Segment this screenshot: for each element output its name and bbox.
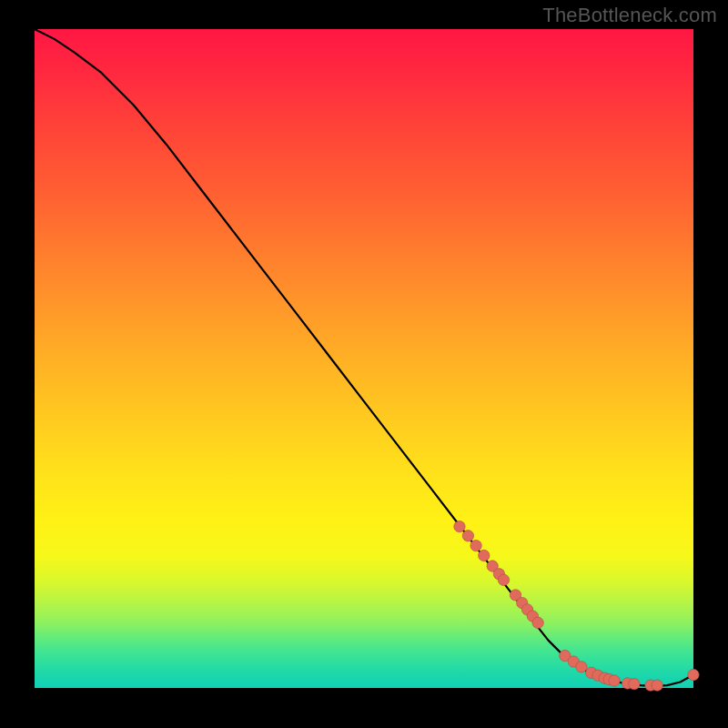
data-point xyxy=(479,550,490,561)
bottleneck-curve xyxy=(35,29,693,686)
plot-area xyxy=(35,29,693,688)
data-point xyxy=(609,675,620,686)
data-point xyxy=(454,521,465,531)
chart-frame: TheBottleneck.com xyxy=(0,0,728,728)
data-point xyxy=(532,617,543,628)
chart-svg xyxy=(35,29,693,688)
data-point xyxy=(688,669,699,680)
data-point xyxy=(470,540,481,551)
data-point xyxy=(462,531,473,541)
data-point xyxy=(652,680,662,691)
data-point xyxy=(498,574,509,585)
watermark-text: TheBottleneck.com xyxy=(542,4,717,27)
data-point xyxy=(576,662,587,672)
data-point xyxy=(629,678,640,689)
